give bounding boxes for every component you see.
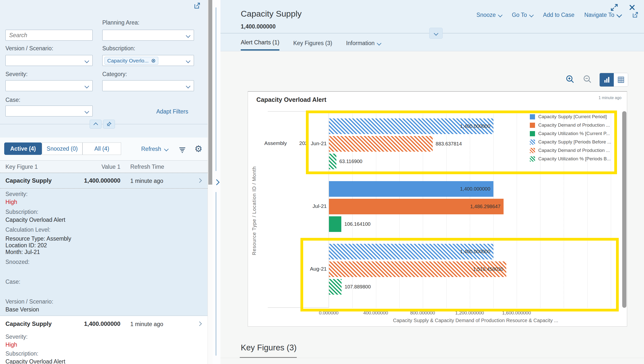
- table-view-button[interactable]: [614, 73, 628, 87]
- refresh-label: Refresh: [141, 146, 161, 152]
- alert-1-details: Severity: High Subscription: Capacity Ov…: [0, 189, 208, 315]
- tab-key-figures[interactable]: Key Figures (3): [293, 39, 332, 51]
- case-label: Case:: [6, 97, 20, 103]
- alert-row-2[interactable]: Capacity Supply 1,400.000000 1 minute ag…: [0, 316, 208, 332]
- chevron-down-icon: [186, 84, 190, 88]
- y-axis-title: Resource Type / Location ID / Month: [250, 129, 258, 292]
- tab-information[interactable]: Information: [346, 39, 381, 51]
- location-id-value: Location ID: 202: [6, 242, 47, 249]
- chevron-up-icon: [94, 122, 98, 127]
- case-select[interactable]: [6, 106, 93, 117]
- chevron-right-icon: [214, 179, 220, 185]
- splitter-line: [216, 8, 216, 171]
- snooze-button[interactable]: Snooze: [476, 12, 502, 18]
- resource-type-label: Assembly: [264, 140, 287, 146]
- token-remove-icon[interactable]: ⊗: [151, 58, 156, 64]
- scrollbar-thumb[interactable]: [208, 0, 212, 185]
- bar-value-label: 106.164100: [344, 221, 370, 227]
- go-to-button[interactable]: Go To: [512, 12, 533, 18]
- planning-area-label: Planning Area:: [102, 19, 140, 26]
- chevron-down-icon: [164, 147, 168, 151]
- detail-subtitle-value: 1,400.000000: [241, 23, 276, 30]
- tab-all-alerts[interactable]: All (4): [82, 143, 121, 155]
- pin-filter-bar-button[interactable]: [103, 120, 115, 129]
- subscription-token[interactable]: Capacity Overlo... ⊗: [104, 57, 158, 65]
- calculation-level-label: Calculation Level:: [6, 226, 50, 233]
- chevron-down-icon: [616, 12, 622, 18]
- chevron-right-icon: [197, 178, 202, 183]
- add-to-case-button[interactable]: Add to Case: [543, 12, 574, 18]
- navigate-to-button[interactable]: Navigate To: [584, 12, 621, 18]
- version-scenario-value: Base Version: [6, 306, 39, 313]
- subscription-token-text: Capacity Overlo...: [107, 58, 148, 64]
- severity-field-label: Severity:: [6, 333, 28, 340]
- search-input[interactable]: [6, 30, 92, 40]
- subscription-label: Subscription:: [102, 45, 135, 52]
- tab-alert-charts[interactable]: Alert Charts (1): [241, 39, 280, 51]
- share-icon[interactable]: [193, 2, 201, 10]
- chart-view-button[interactable]: [600, 73, 614, 87]
- panel-splitter[interactable]: [212, 0, 220, 364]
- bar-capacity-utilization--jul-21[interactable]: [329, 216, 341, 232]
- subscription-value: Capacity Overload Alert: [6, 217, 66, 223]
- chart-title: Capacity Overload Alert: [256, 96, 326, 103]
- category-label: Category:: [102, 71, 127, 78]
- month-value: Month: Jul-21: [6, 249, 40, 255]
- chevron-down-icon: [84, 59, 89, 63]
- detail-title: Capacity Supply: [241, 9, 302, 19]
- close-icon[interactable]: [628, 4, 636, 12]
- severity-select[interactable]: [6, 80, 93, 91]
- tab-label: Alert Charts (1): [241, 39, 280, 46]
- collapse-header-button[interactable]: [429, 28, 443, 39]
- chart-timestamp: 1 minute ago: [598, 96, 622, 100]
- detail-tabs: Alert Charts (1) Key Figures (3) Informa…: [241, 39, 381, 51]
- chart-scrollbar[interactable]: [622, 111, 626, 308]
- subscription-select[interactable]: Capacity Overlo... ⊗: [102, 55, 194, 66]
- zoom-out-icon[interactable]: [582, 74, 592, 84]
- pin-icon: [106, 121, 112, 127]
- column-refresh-time: Refresh Time: [130, 164, 164, 170]
- planning-area-select[interactable]: [102, 30, 194, 41]
- collapse-filter-bar-button[interactable]: [90, 120, 102, 129]
- alert-row-1[interactable]: Capacity Supply 1,400.000000 1 minute ag…: [0, 173, 208, 189]
- chevron-down-icon: [498, 13, 502, 17]
- adapt-filters-link[interactable]: Adapt Filters: [148, 108, 188, 115]
- chevron-down-icon: [84, 109, 89, 114]
- column-key-figure: Key Figure 1: [6, 164, 38, 170]
- expand-panel-handle[interactable]: [213, 176, 220, 188]
- severity-label: Severity:: [6, 71, 28, 78]
- share-icon[interactable]: [631, 11, 639, 19]
- tab-snoozed-alerts[interactable]: Snoozed (0): [42, 143, 82, 155]
- alert-key-figure: Capacity Supply: [6, 320, 52, 327]
- highlight-box-aug-21: [300, 238, 619, 311]
- version-scenario-select[interactable]: [6, 55, 93, 66]
- category-group-label: Assembly 202: [264, 140, 308, 146]
- alert-list-scrollbar[interactable]: [208, 0, 213, 364]
- subscription-field-label: Subscription:: [6, 350, 38, 357]
- x-axis-title: Capacity Supply & Capacity Demand of Pro…: [329, 318, 622, 323]
- alert-key-figure: Capacity Supply: [6, 177, 52, 184]
- expand-fullscreen-icon[interactable]: [610, 3, 619, 12]
- version-scenario-field-label: Version / Scenario:: [6, 298, 53, 305]
- go-to-label: Go To: [512, 12, 527, 18]
- highlight-box-jun-21: [306, 111, 617, 174]
- column-value: Value 1: [71, 164, 120, 170]
- tab-active-alerts[interactable]: Active (4): [4, 143, 42, 155]
- alert-value: 1,400.000000: [71, 177, 120, 184]
- sap-alert-monitor-screen: Planning Area: Version / Scenario: Subsc…: [0, 0, 644, 364]
- settings-gear-icon[interactable]: ⚙: [194, 144, 202, 154]
- snooze-label: Snooze: [476, 12, 496, 18]
- chevron-down-icon: [529, 13, 534, 17]
- refresh-button[interactable]: Refresh: [141, 146, 168, 152]
- bar-value-label: 1,486.298647: [470, 204, 500, 209]
- zoom-in-icon[interactable]: [565, 74, 575, 84]
- alert-table-header: Key Figure 1 Value 1 Refresh Time: [0, 160, 208, 173]
- alert-2-details: Severity: High Subscription: Capacity Ov…: [0, 331, 208, 364]
- category-select[interactable]: [102, 80, 194, 91]
- bar-value-label: 1,400.000000: [460, 186, 490, 192]
- alert-refresh-time: 1 minute ago: [130, 321, 163, 327]
- chart-table-toggle: [600, 73, 628, 87]
- filter-list-icon[interactable]: [178, 145, 187, 154]
- navigate-to-label: Navigate To: [584, 12, 614, 18]
- chevron-down-icon: [84, 84, 89, 88]
